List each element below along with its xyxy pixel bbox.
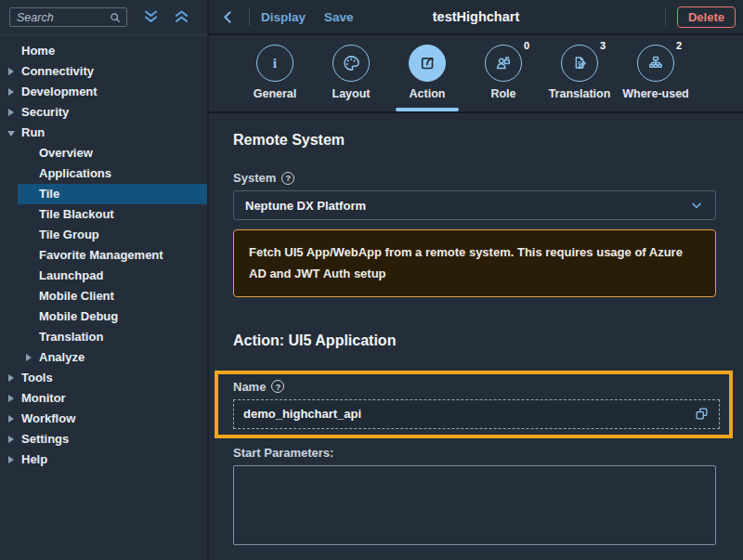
system-select[interactable]: Neptune DX Platform xyxy=(233,190,716,220)
back-button[interactable] xyxy=(220,9,236,25)
sidebar-item-label: Home xyxy=(21,44,55,58)
tab-general[interactable]: i General xyxy=(237,35,313,111)
remote-system-heading: Remote System xyxy=(233,132,743,149)
tab-label: Translation xyxy=(549,87,611,100)
sidebar-item-security[interactable]: Security xyxy=(0,102,207,123)
org-chart-icon xyxy=(637,45,674,82)
sidebar-nav: Home Connectivity Development Security R… xyxy=(0,35,207,560)
sidebar-item-tools[interactable]: Tools xyxy=(0,368,207,388)
name-input-value: demo_highchart_api xyxy=(243,407,361,421)
info-icon: i xyxy=(256,45,293,82)
sidebar-item-label: Analyze xyxy=(39,350,85,364)
main-panel: testHighchart Display Save Delete i Gene… xyxy=(209,0,743,560)
start-parameters-label: Start Parameters: xyxy=(233,446,716,460)
sidebar-item-workflow[interactable]: Workflow xyxy=(0,409,207,429)
sidebar-item-tile-group[interactable]: Tile Group xyxy=(0,225,207,245)
caret-right-icon xyxy=(8,436,14,443)
sidebar-item-label: Translation xyxy=(39,330,103,344)
double-chevron-up-icon xyxy=(173,8,190,26)
caret-right-icon xyxy=(8,415,14,423)
expand-all-button[interactable] xyxy=(173,8,190,26)
sidebar-item-run[interactable]: Run xyxy=(0,123,207,143)
sidebar-item-tile[interactable]: Tile xyxy=(0,184,207,204)
tab-action[interactable]: Action xyxy=(389,35,465,111)
tab-role[interactable]: 0 Role xyxy=(465,35,541,111)
tab-translation[interactable]: 3 Translation xyxy=(541,35,618,111)
chevron-left-icon xyxy=(220,9,236,25)
caret-right-icon xyxy=(26,354,32,361)
sidebar-item-tile-blackout[interactable]: Tile Blackout xyxy=(0,204,207,225)
palette-icon xyxy=(332,45,370,82)
sidebar-item-mobile-debug[interactable]: Mobile Debug xyxy=(0,306,207,327)
sidebar-item-label: Development xyxy=(21,85,98,98)
sidebar-toolbar xyxy=(0,0,207,35)
sidebar-item-connectivity[interactable]: Connectivity xyxy=(0,61,207,82)
double-chevron-down-icon xyxy=(142,8,160,26)
value-help-icon[interactable] xyxy=(694,406,710,422)
tab-label: Role xyxy=(490,87,515,100)
sidebar-item-overview[interactable]: Overview xyxy=(0,143,207,163)
sidebar-item-monitor[interactable]: Monitor xyxy=(0,388,207,409)
sidebar: Home Connectivity Development Security R… xyxy=(0,0,209,560)
sidebar-item-launchpad[interactable]: Launchpad xyxy=(0,266,207,286)
tab-badge: 2 xyxy=(676,40,682,51)
sidebar-item-help[interactable]: Help xyxy=(0,449,207,470)
sidebar-item-home[interactable]: Home xyxy=(0,41,207,61)
sidebar-item-label: Tools xyxy=(21,371,53,384)
caret-right-icon xyxy=(8,456,14,463)
svg-text:i: i xyxy=(273,55,278,71)
sidebar-item-label: Tile xyxy=(39,187,59,201)
search-box[interactable] xyxy=(9,7,127,27)
delete-button[interactable]: Delete xyxy=(677,7,736,28)
sidebar-item-label: Mobile Client xyxy=(39,289,114,303)
start-parameters-textarea[interactable] xyxy=(233,465,716,545)
tab-layout[interactable]: Layout xyxy=(313,35,389,111)
sidebar-item-label: Connectivity xyxy=(21,64,94,78)
display-button[interactable]: Display xyxy=(261,10,306,24)
sidebar-item-label: Favorite Management xyxy=(39,248,163,262)
help-icon[interactable]: ? xyxy=(271,380,284,393)
sidebar-item-development[interactable]: Development xyxy=(0,82,207,102)
name-label-text: Name xyxy=(233,380,266,394)
caret-right-icon xyxy=(8,374,14,382)
sidebar-item-translation[interactable]: Translation xyxy=(0,327,207,347)
search-input[interactable] xyxy=(17,11,109,24)
chevron-down-icon xyxy=(689,198,704,213)
save-button[interactable]: Save xyxy=(324,10,354,24)
caret-right-icon xyxy=(8,109,14,116)
sidebar-item-settings[interactable]: Settings xyxy=(0,429,207,449)
system-select-value: Neptune DX Platform xyxy=(245,199,366,213)
warning-strip: Fetch UI5 App/WebApp from a remote syste… xyxy=(233,229,716,297)
sidebar-item-applications[interactable]: Applications xyxy=(0,163,207,184)
tab-where-used[interactable]: 2 Where-used xyxy=(618,35,694,111)
sidebar-item-label: Overview xyxy=(39,146,93,160)
icon-tab-bar: i General Layout Action 0 xyxy=(209,35,743,113)
divider xyxy=(249,7,250,26)
sidebar-item-label: Settings xyxy=(21,432,69,446)
sidebar-item-label: Tile Blackout xyxy=(39,207,114,221)
person-lock-icon xyxy=(485,45,522,82)
form-content: Remote System System ? Neptune DX Platfo… xyxy=(209,113,743,560)
name-input[interactable]: demo_highchart_api xyxy=(233,399,720,429)
sidebar-item-label: Monitor xyxy=(21,391,66,405)
collapse-all-button[interactable] xyxy=(142,8,160,26)
divider xyxy=(665,7,666,26)
name-field-label: Name ? xyxy=(233,380,720,394)
sidebar-item-label: Help xyxy=(21,452,47,466)
sidebar-item-favorite-management[interactable]: Favorite Management xyxy=(0,245,207,266)
sidebar-item-label: Launchpad xyxy=(39,268,103,282)
caret-down-icon xyxy=(7,131,15,137)
highlight-annotation: Name ? demo_highchart_api xyxy=(215,371,733,438)
tab-label: Where-used xyxy=(622,87,689,100)
caret-right-icon xyxy=(8,395,14,402)
caret-right-icon xyxy=(8,68,14,75)
sidebar-item-mobile-client[interactable]: Mobile Client xyxy=(0,286,207,306)
help-icon[interactable]: ? xyxy=(281,172,294,185)
tab-label: Layout xyxy=(332,87,371,100)
app-window: Home Connectivity Development Security R… xyxy=(0,0,743,560)
document-pencil-icon xyxy=(561,45,598,82)
search-icon xyxy=(109,11,122,24)
system-field-label: System ? xyxy=(233,171,716,185)
object-header: testHighchart Display Save Delete xyxy=(209,0,743,35)
sidebar-item-analyze[interactable]: Analyze xyxy=(0,347,207,368)
